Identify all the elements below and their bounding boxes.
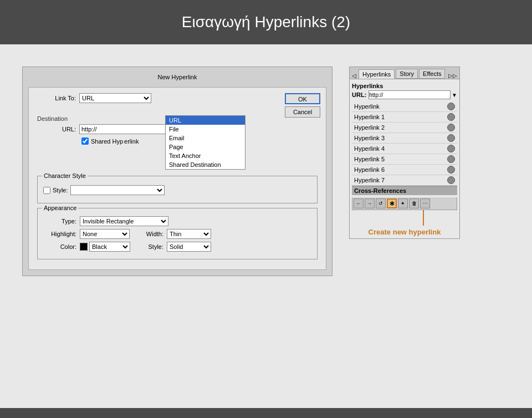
hyperlinks-panel: ◁ Hyperlinks Story Effects ▷▷ Hyperlinks… [349,67,460,276]
create-hyperlink-button[interactable]: ✱ [387,198,397,208]
link-to-select[interactable]: URL [79,93,151,103]
style-select[interactable] [70,185,165,195]
dropdown-email[interactable]: Email [166,134,245,142]
highlight-select[interactable]: None [80,229,130,239]
panel-url-row: URL: ▼ [352,90,457,99]
appearance-title: Appearance [42,205,78,211]
list-item-label: Hyperlink 6 [354,166,385,173]
toolbar-icon-7[interactable]: ⋯ [420,198,430,208]
color-row: Color: Black [43,242,130,252]
appearance-content: Type: Invisible Rectangle Highlight: Non… [43,216,311,254]
arrow-line [423,210,424,226]
tab-hyperlinks[interactable]: Hyperlinks [359,69,395,79]
shared-label2: erlink [124,138,139,145]
page-title: Εισαγωγή Hyperlinks (2) [182,13,350,31]
dropdown-page[interactable]: Page [166,142,245,151]
toolbar-icon-3[interactable]: ↺ [376,198,386,208]
link-to-row: Link To: URL URL File Email Page Text An… [37,93,318,103]
arrow-annotation [390,210,457,226]
dialog-title: New Hyperlink [28,73,326,81]
list-item[interactable]: Hyperlink 1 [352,112,457,123]
style2-label: Style: [141,243,163,250]
highlight-label: Highlight: [43,231,76,237]
list-item-label: Hyperlink 2 [354,124,385,131]
annotation-text: Create new hyperlink [352,228,457,236]
style-checkbox[interactable] [43,187,50,194]
panel-url-label: URL: [352,91,366,98]
dropdown-text-anchor[interactable]: Text Anchor [166,151,245,160]
dropdown-url[interactable]: URL [166,116,245,125]
character-style-section: Character Style Style: [37,176,318,203]
type-row: Type: Invisible Rectangle [43,216,311,226]
link-icon [447,176,455,184]
list-item-label: Hyperlink 4 [354,145,385,152]
list-item[interactable]: Hyperlink 5 [352,154,457,165]
btn-group: OK Cancel [285,93,320,118]
link-icon [447,113,455,121]
link-to-wrapper: URL URL File Email Page Text Anchor Shar… [79,93,151,103]
annotation-container: ← → ↺ ✱ ✦ 🗑 ⋯ Create new hyperlink [352,197,457,236]
list-item-label: Hyperlink 1 [354,114,385,120]
color-swatch [80,243,88,251]
dropdown-shared-dest[interactable]: Shared Destination [166,160,245,169]
link-icon [447,103,455,110]
color-select[interactable]: Black [89,242,130,252]
left-col: Highlight: None Color: Black [43,229,130,254]
style2-row: Style: Solid [141,242,211,252]
color-label: Color: [43,243,76,250]
list-item[interactable]: Hyperlink 3 [352,133,457,144]
toolbar-icon-2[interactable]: → [365,198,375,208]
toolbar-icon-5[interactable]: ✦ [398,198,408,208]
width-row: Width: Thin [141,229,211,239]
dialog-body: OK Cancel Link To: URL URL File Email Pa… [28,87,326,270]
type-select[interactable]: Invisible Rectangle [80,216,168,226]
right-col: Width: Thin Style: Solid [141,229,211,254]
link-icon [447,145,455,152]
list-item-label: Hyperlink 5 [354,156,385,162]
bottom-bar [0,408,532,418]
main-content: New Hyperlink OK Cancel Link To: URL URL… [0,50,532,293]
header-bar: Εισαγωγή Hyperlinks (2) [0,0,532,44]
link-icon [447,155,455,163]
char-style-title: Character Style [42,172,88,179]
highlight-row: Highlight: None [43,229,130,239]
tab-effects[interactable]: Effects [419,69,445,79]
toolbar-icon-6[interactable]: 🗑 [409,198,419,208]
list-item[interactable]: Hyperlink 4 [352,144,457,154]
cross-ref-header: Cross-References [352,186,457,195]
style2-select[interactable]: Solid [167,242,211,252]
list-item-label: Hyperlink [354,103,380,110]
panel-body: Hyperlinks URL: ▼ Hyperlink Hyperlink 1 [349,79,460,239]
panel-url-input[interactable] [369,90,451,99]
tab-story[interactable]: Story [396,69,418,79]
panel-icon-left: ◁ [352,73,356,79]
dropdown-file[interactable]: File [166,125,245,134]
ok-button[interactable]: OK [285,93,320,104]
panel-menu-icon[interactable]: ▷▷ [448,73,457,79]
toolbar-icon-1[interactable]: ← [354,198,364,208]
type-label: Type: [43,218,76,225]
toolbar-strip: ← → ↺ ✱ ✦ 🗑 ⋯ [352,197,457,210]
list-item[interactable]: Hyperlink 2 [352,123,457,133]
hyperlinks-list: Hyperlink Hyperlink 1 Hyperlink 2 Hyperl… [352,101,457,186]
width-select[interactable]: Thin [167,229,211,239]
panel-tabs: ◁ Hyperlinks Story Effects ▷▷ [349,67,460,79]
list-item-label: Hyperlink 7 [354,177,385,183]
link-to-dropdown[interactable]: URL File Email Page Text Anchor Shared D… [165,115,245,170]
link-to-label: Link To: [37,95,76,101]
link-icon [447,166,455,174]
list-item[interactable]: Hyperlink 7 [352,175,457,186]
appearance-section: Appearance Type: Invisible Rectangle Hig… [37,208,318,259]
shared-label: Shared Hyp [91,138,123,145]
style-label: Style: [53,187,68,193]
link-icon [447,124,455,131]
list-item-label: Hyperlink 3 [354,135,385,141]
cancel-button[interactable]: Cancel [285,106,320,118]
appearance-bottom: Highlight: None Color: Black [43,229,311,254]
url-label: URL: [37,126,76,132]
panel-title: Hyperlinks [352,81,457,90]
shared-checkbox[interactable] [81,137,89,145]
list-item[interactable]: Hyperlink 6 [352,165,457,175]
list-item[interactable]: Hyperlink [352,101,457,112]
panel-url-arrow: ▼ [452,92,457,98]
